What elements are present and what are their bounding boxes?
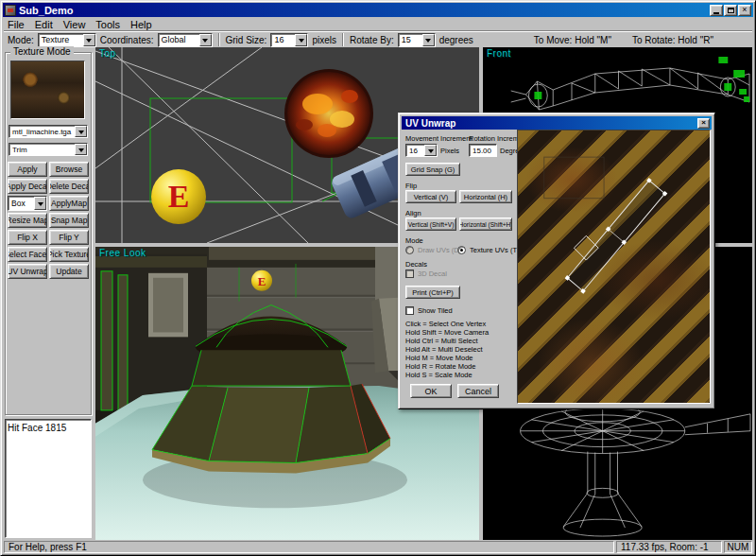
close-icon: ×: [701, 119, 706, 127]
grid-snap-button[interactable]: Grid Snap (G): [405, 163, 460, 176]
uv-island: [565, 178, 668, 294]
rotate-by-value: 15: [402, 35, 411, 44]
menu-edit[interactable]: Edit: [31, 19, 60, 30]
texture-uvs-label: Texture UVs (T): [470, 246, 520, 254]
menu-view[interactable]: View: [60, 19, 93, 30]
help-line: Hold Alt = Multi Deselect: [405, 345, 483, 354]
menu-tools[interactable]: Tools: [92, 19, 127, 30]
texture-mode-groupbox: Texture Mode mtl_limachine.tga Trim Appl…: [5, 52, 92, 415]
movement-increment-combo[interactable]: 16: [405, 144, 438, 157]
status-help-text: For Help, press F1: [4, 541, 614, 553]
dialog-close-button[interactable]: ×: [697, 118, 710, 129]
texture-category-combo[interactable]: Trim: [9, 143, 88, 156]
flip-y-button[interactable]: Flip Y: [49, 230, 89, 245]
3d-decal-checkbox[interactable]: 3D Decal: [405, 269, 447, 278]
title-bar[interactable]: Sub_Demo ×: [3, 3, 753, 17]
chevron-down-icon[interactable]: [424, 145, 437, 156]
chevron-down-icon[interactable]: [295, 34, 307, 46]
minimize-button[interactable]: [710, 5, 723, 16]
chevron-down-icon[interactable]: [75, 144, 87, 155]
maximize-icon: [728, 8, 734, 13]
dialog-title: UV Unwrap: [405, 118, 696, 129]
align-horizontal-button[interactable]: Horizontal (Shift+H): [459, 217, 512, 231]
apply-button[interactable]: Apply: [8, 162, 47, 177]
texture-preview[interactable]: [10, 61, 85, 119]
coordinates-label: Coordinates:: [100, 35, 154, 45]
top-viewport-label: Top: [99, 48, 116, 59]
cancel-button[interactable]: Cancel: [457, 384, 499, 398]
rotate-by-unit: degrees: [439, 35, 473, 45]
flip-horizontal-button[interactable]: Horizontal (H): [459, 190, 512, 203]
grid-size-label: Grid Size:: [226, 35, 267, 45]
show-tiled-checkbox[interactable]: Show Tiled: [405, 306, 453, 315]
texture-file-value: mtl_limachine.tga: [12, 128, 71, 136]
map-type-combo[interactable]: Box: [8, 196, 47, 211]
close-button[interactable]: ×: [738, 5, 751, 16]
fireball-sprite: [284, 69, 373, 158]
align-label: Align: [405, 209, 421, 217]
free-look-viewport-label: Free Look: [99, 248, 146, 258]
move-hint: To Move: Hold "M": [534, 35, 611, 45]
menu-help[interactable]: Help: [127, 19, 159, 30]
menu-file[interactable]: File: [4, 19, 31, 30]
apply-decal-button[interactable]: Apply Decal: [8, 179, 47, 194]
resize-map-button[interactable]: Resize Map: [8, 213, 47, 228]
grid-size-unit: pixels: [312, 35, 336, 45]
toolbar: Mode: Texture Coordinates: Global Grid S…: [4, 30, 752, 47]
rotation-increment-field[interactable]: 15.00: [469, 144, 497, 157]
pick-texture-button[interactable]: Pick Texture: [49, 247, 89, 262]
texture-file-combo[interactable]: mtl_limachine.tga: [9, 125, 88, 138]
chevron-down-icon[interactable]: [34, 197, 46, 210]
app-icon: [5, 5, 16, 16]
align-vertical-button[interactable]: Vertical (Shift+V): [405, 217, 456, 231]
checkbox-icon: [405, 306, 414, 315]
chevron-down-icon[interactable]: [83, 34, 95, 46]
chevron-down-icon[interactable]: [199, 34, 212, 46]
chevron-down-icon[interactable]: [422, 34, 435, 46]
wireframe-assembly: [521, 403, 750, 536]
mode-combo[interactable]: Texture: [38, 33, 96, 47]
help-line: Hold Ctrl = Multi Select: [405, 337, 477, 345]
app-window: Sub_Demo × File Edit View Tools Help Mod…: [0, 0, 756, 556]
delete-decal-button[interactable]: Delete Decal: [49, 179, 89, 194]
radio-icon: [405, 246, 414, 254]
checkbox-icon: [405, 269, 414, 278]
apply-map-button[interactable]: ApplyMap: [49, 196, 89, 211]
browse-button[interactable]: Browse: [49, 162, 89, 177]
e-ball-sprite: E: [151, 169, 206, 224]
flip-vertical-button[interactable]: Vertical (V): [405, 190, 456, 203]
draw-uvs-label: Draw UVs (D): [418, 246, 461, 254]
chevron-down-icon[interactable]: [75, 126, 87, 137]
ok-button[interactable]: OK: [410, 384, 452, 398]
uv-texture-canvas[interactable]: [517, 130, 711, 404]
radio-selected-icon: [457, 246, 466, 254]
close-icon: ×: [742, 6, 747, 14]
rotation-increment-value: 15.00: [472, 147, 491, 155]
texture-uvs-radio[interactable]: Texture UVs (T): [457, 246, 520, 254]
status-fps: 117.33 fps, Room: -1: [616, 541, 722, 553]
draw-uvs-radio[interactable]: Draw UVs (D): [405, 246, 461, 254]
grid-size-combo[interactable]: 16: [270, 33, 308, 47]
texture-panel: Texture Mode mtl_limachine.tga Trim Appl…: [3, 47, 94, 540]
update-button[interactable]: Update: [49, 264, 89, 279]
toolbar-separator: [342, 33, 344, 46]
maximize-button[interactable]: [724, 5, 737, 16]
hit-face-list[interactable]: Hit Face 1815: [5, 419, 92, 538]
help-line: Hold M = Move Mode: [405, 354, 473, 362]
rotate-hint: To Rotate: Hold "R": [632, 35, 713, 45]
select-faces-button[interactable]: Select Faces: [8, 247, 47, 262]
uv-unwrap-button[interactable]: UV Unwrap: [8, 264, 47, 279]
rotate-by-combo[interactable]: 15: [398, 33, 436, 47]
flip-x-button[interactable]: Flip X: [8, 230, 47, 245]
dialog-title-bar[interactable]: UV Unwrap ×: [402, 116, 712, 130]
list-item[interactable]: Hit Face 1815: [8, 423, 89, 433]
front-viewport-label: Front: [487, 48, 511, 59]
status-bar: For Help, press F1 117.33 fps, Room: -1 …: [3, 540, 753, 553]
decals-label: Decals: [405, 260, 427, 269]
movement-unit-label: Pixels: [440, 147, 459, 155]
coordinates-combo[interactable]: Global: [158, 33, 213, 47]
toolbar-separator: [218, 33, 220, 46]
print-button[interactable]: Print (Ctrl+P): [405, 286, 460, 299]
snap-map-button[interactable]: Snap Map: [49, 213, 89, 228]
mode-combo-value: Texture: [42, 35, 70, 44]
